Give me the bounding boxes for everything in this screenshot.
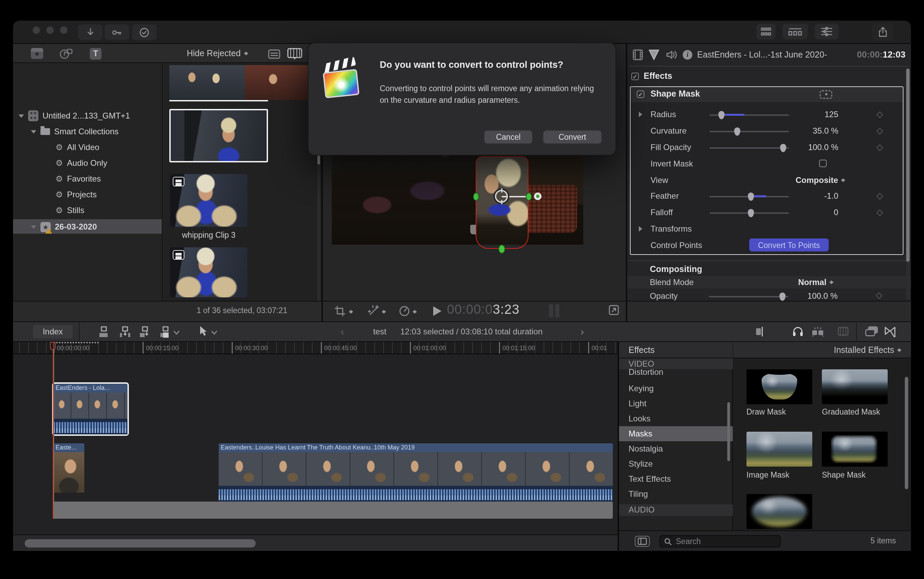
project-name[interactable]: test — [363, 327, 397, 337]
sidebar-item-library-root[interactable]: ★★★★ Untitled 2...133_GMT+1 — [18, 109, 130, 123]
crop-tool-button[interactable] — [334, 306, 346, 317]
mask-center-target[interactable] — [495, 190, 508, 203]
project-back-chevron[interactable]: ‹ — [341, 325, 344, 337]
index-button[interactable]: Index — [33, 325, 73, 339]
curvature-slider[interactable] — [709, 131, 789, 132]
timeline-view-toggle[interactable] — [782, 23, 808, 40]
disclosure-triangle-icon[interactable] — [31, 130, 36, 136]
invert-mask-checkbox[interactable] — [819, 160, 827, 167]
import-media-button[interactable] — [77, 24, 103, 41]
retime-chevron-icon[interactable] — [412, 307, 418, 316]
effect-card-draw-mask[interactable] — [747, 369, 812, 404]
search-input[interactable] — [675, 536, 773, 546]
category-masks-selected[interactable]: Masks — [619, 426, 733, 441]
disclosure-triangle-icon[interactable] — [18, 114, 24, 120]
effect-card-vignette-mask[interactable] — [747, 494, 812, 529]
timeline-gray-lane[interactable] — [53, 502, 613, 519]
timeline-clip-2[interactable]: Easte... — [54, 443, 84, 493]
radius-slider[interactable] — [709, 114, 789, 116]
mask-rotate-handle[interactable] — [534, 193, 542, 200]
falloff-value[interactable]: 0 — [797, 208, 838, 217]
category-text-effects[interactable]: Text Effects — [619, 471, 733, 486]
browser-clip-selected[interactable] — [169, 109, 268, 162]
timeline-clip-3[interactable]: Eastenders..Louise Has Learnt The Truth … — [219, 443, 613, 502]
curvature-keyframe-icon[interactable] — [876, 128, 883, 135]
tools-chevron-icon[interactable] — [211, 330, 217, 335]
skimmer-audio-button[interactable] — [792, 325, 804, 337]
falloff-keyframe-icon[interactable] — [876, 209, 883, 216]
project-forward-chevron[interactable]: › — [581, 325, 584, 337]
enhancements-button[interactable] — [368, 305, 380, 317]
timeline-filmstrip-button[interactable] — [838, 326, 849, 337]
shape-mask-enable-checkbox[interactable] — [637, 90, 644, 98]
search-field[interactable] — [659, 535, 781, 548]
close-window-button[interactable] — [32, 26, 41, 34]
edit-options-chevron-icon[interactable] — [174, 330, 180, 335]
mask-tool-icon[interactable] — [820, 90, 832, 99]
show-titles-generators-icon[interactable]: T — [90, 48, 102, 60]
view-popup[interactable]: Composite — [770, 175, 847, 185]
opacity-value[interactable]: 100.0 % — [796, 291, 838, 301]
trim-button[interactable] — [755, 327, 769, 337]
share-button[interactable] — [872, 23, 893, 41]
mask-handle-right[interactable] — [526, 193, 532, 201]
play-button[interactable] — [433, 306, 441, 316]
radius-disclosure-icon[interactable] — [639, 112, 645, 117]
mask-handle-left[interactable] — [473, 193, 479, 201]
radius-keyframe-icon[interactable] — [876, 111, 883, 118]
sidebar-item-smart-collections[interactable]: Smart Collections — [31, 125, 119, 138]
effect-card-shape-mask[interactable] — [822, 432, 888, 467]
playhead-top-marker[interactable] — [50, 342, 56, 350]
feather-keyframe-icon[interactable] — [876, 193, 883, 200]
fill-opacity-keyframe-icon[interactable] — [876, 144, 883, 151]
keywords-button[interactable] — [104, 24, 129, 41]
show-libraries-icon[interactable]: ★ — [31, 48, 43, 59]
fullscreen-icon[interactable] — [609, 305, 619, 315]
tools-pointer-button[interactable] — [199, 325, 208, 337]
info-inspector-icon[interactable]: i — [683, 50, 692, 60]
transitions-browser-button[interactable] — [884, 326, 896, 337]
category-nostalgia[interactable]: Nostalgia — [619, 441, 733, 456]
sidebar-item-favorites[interactable]: ⚙Favorites — [56, 172, 101, 186]
disclosure-triangle-icon[interactable] — [31, 225, 36, 231]
list-view-button[interactable] — [268, 49, 280, 59]
installed-effects-popup[interactable]: Installed Effects — [834, 342, 903, 358]
category-looks[interactable]: Looks — [619, 411, 733, 426]
shape-mask-header[interactable]: Shape Mask — [631, 87, 902, 102]
playhead[interactable] — [53, 342, 54, 519]
append-edit-button[interactable] — [139, 326, 151, 338]
feather-value[interactable]: -1.0 — [797, 191, 838, 201]
viewer-timecode[interactable]: 00:00:03:23 — [447, 302, 550, 317]
browser-filmstrip-row[interactable] — [169, 65, 308, 100]
audio-meter-bars[interactable] — [549, 304, 559, 317]
audio-inspector-icon[interactable] — [665, 49, 677, 60]
category-keying[interactable]: Keying — [619, 381, 733, 396]
category-tiling[interactable]: Tiling — [619, 486, 733, 502]
sidebar-toggle-button[interactable] — [635, 536, 650, 547]
opacity-keyframe-icon[interactable] — [876, 292, 883, 299]
feather-slider[interactable] — [709, 196, 789, 197]
blend-mode-popup[interactable]: Normal — [758, 278, 835, 287]
convert-button[interactable]: Convert — [543, 130, 602, 144]
fill-opacity-slider[interactable] — [709, 147, 789, 149]
sidebar-item-stills[interactable]: ⚙Stills — [56, 203, 84, 217]
curvature-value[interactable]: 35.0 % — [797, 126, 838, 136]
filter-popup[interactable]: Hide Rejected — [167, 47, 269, 60]
sidebar-item-event-selected[interactable]: ★ 26-03-2020 — [13, 219, 162, 234]
category-distortion[interactable]: Distortion — [619, 362, 733, 377]
category-stylize[interactable]: Stylize — [619, 456, 733, 471]
inspector-toggle[interactable] — [814, 23, 839, 40]
minimize-window-button[interactable] — [46, 26, 54, 34]
connect-edit-button[interactable] — [99, 326, 110, 338]
browser-view-toggle[interactable] — [756, 23, 776, 40]
background-tasks-button[interactable] — [132, 24, 157, 41]
radius-value[interactable]: 125 — [797, 110, 838, 119]
effects-browser-button[interactable] — [865, 326, 878, 337]
sidebar-item-all-video[interactable]: ⚙All Video — [56, 141, 99, 154]
color-inspector-icon[interactable] — [648, 49, 660, 60]
timeline-clip-1[interactable]: EastEnders - Lola... — [54, 384, 128, 434]
category-light[interactable]: Light — [619, 396, 733, 411]
filmstrip-view-button[interactable] — [287, 48, 302, 60]
opacity-slider[interactable] — [709, 296, 788, 298]
browser-clip-4[interactable] — [170, 247, 247, 298]
